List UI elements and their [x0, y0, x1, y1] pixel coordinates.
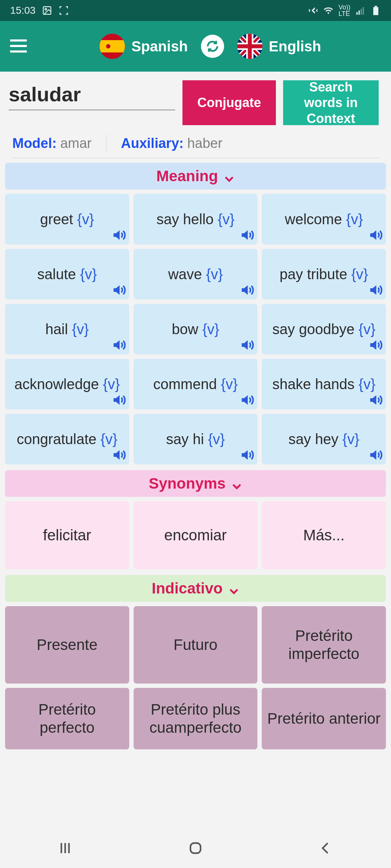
meaning-card[interactable]: bow {v}: [134, 304, 258, 354]
audio-icon[interactable]: [368, 393, 382, 407]
swap-languages-button[interactable]: [201, 35, 224, 58]
audio-icon[interactable]: [368, 338, 382, 352]
status-left: 15:03: [10, 5, 69, 16]
meaning-card[interactable]: say goodbye {v}: [262, 304, 386, 354]
status-bar: 15:03 Vo))LTE: [0, 0, 391, 21]
audio-icon[interactable]: [239, 228, 254, 242]
chevron-down-icon: [231, 478, 242, 489]
tense-card[interactable]: Pretérito imperfecto: [262, 606, 386, 684]
meaning-text: say hello {v}: [156, 211, 235, 227]
meaning-text: salute {v}: [37, 266, 97, 282]
android-nav-bar: [0, 828, 391, 868]
divider: [106, 135, 106, 152]
synonyms-section-header[interactable]: Synonyms: [5, 470, 386, 497]
audio-icon[interactable]: [239, 283, 254, 297]
meaning-card[interactable]: acknowledge {v}: [5, 359, 129, 409]
meaning-text: shake hands {v}: [272, 376, 375, 392]
meaning-label: Meaning: [156, 167, 218, 185]
tense-card[interactable]: Pretérito perfecto: [5, 688, 129, 749]
home-icon[interactable]: [188, 841, 203, 856]
status-time: 15:03: [10, 5, 35, 16]
meaning-card[interactable]: commend {v}: [134, 359, 258, 409]
main-content: Conjugate Search words in Context Model:…: [0, 72, 391, 828]
audio-icon[interactable]: [239, 393, 254, 407]
meaning-card[interactable]: wave {v}: [134, 249, 258, 299]
crop-icon: [59, 5, 69, 16]
indicativo-section-header[interactable]: Indicativo: [5, 575, 386, 602]
meaning-card[interactable]: congratulate {v}: [5, 414, 129, 464]
tense-card[interactable]: Pretérito plus cuamperfecto: [134, 688, 258, 749]
audio-icon[interactable]: [111, 283, 126, 297]
auxiliary-label: Auxiliary:: [121, 136, 184, 151]
svg-point-1: [45, 8, 47, 10]
chevron-down-icon: [228, 583, 239, 594]
meanings-grid: greet {v}say hello {v}welcome {v}salute …: [0, 194, 391, 464]
meaning-card[interactable]: greet {v}: [5, 194, 129, 244]
audio-icon[interactable]: [368, 283, 382, 297]
meaning-text: say hey {v}: [289, 431, 360, 447]
svg-rect-20: [190, 843, 201, 853]
audio-icon[interactable]: [239, 338, 254, 352]
audio-icon[interactable]: [368, 228, 382, 242]
meaning-text: hail {v}: [45, 321, 89, 337]
meaning-card[interactable]: welcome {v}: [262, 194, 386, 244]
tense-card[interactable]: Pretérito anterior: [262, 688, 386, 749]
tense-card[interactable]: Futuro: [134, 606, 258, 684]
status-right: Vo))LTE: [308, 4, 381, 17]
audio-icon[interactable]: [239, 448, 254, 462]
svg-rect-6: [373, 7, 378, 15]
signal-icon: [356, 5, 366, 16]
lte-icon: Vo))LTE: [339, 4, 350, 17]
menu-icon[interactable]: [10, 39, 27, 54]
meaning-card[interactable]: say hello {v}: [134, 194, 258, 244]
recent-apps-icon[interactable]: [58, 841, 73, 856]
image-icon: [42, 5, 52, 16]
meaning-card[interactable]: shake hands {v}: [262, 359, 386, 409]
meaning-text: commend {v}: [153, 376, 237, 392]
meaning-text: welcome {v}: [285, 211, 363, 227]
model-label: Model:: [12, 136, 56, 151]
meaning-card[interactable]: say hi {v}: [134, 414, 258, 464]
tense-card[interactable]: Presente: [5, 606, 129, 684]
meaning-card[interactable]: salute {v}: [5, 249, 129, 299]
meaning-text: greet {v}: [40, 211, 94, 227]
audio-icon[interactable]: [111, 228, 126, 242]
search-input[interactable]: [9, 80, 175, 110]
synonym-card[interactable]: felicitar: [5, 501, 129, 569]
meaning-text: say hi {v}: [166, 431, 225, 447]
target-language[interactable]: English: [237, 34, 321, 59]
uk-flag-icon: [237, 34, 262, 59]
source-language-label: Spanish: [131, 38, 188, 55]
meaning-card[interactable]: pay tribute {v}: [262, 249, 386, 299]
spain-flag-icon: [100, 34, 125, 59]
svg-rect-2: [356, 12, 358, 15]
audio-icon[interactable]: [368, 448, 382, 462]
back-icon[interactable]: [318, 841, 333, 856]
meaning-text: congratulate {v}: [17, 431, 117, 447]
audio-icon[interactable]: [111, 448, 126, 462]
meaning-card[interactable]: hail {v}: [5, 304, 129, 354]
audio-icon[interactable]: [111, 338, 126, 352]
svg-rect-4: [361, 9, 362, 14]
search-row: Conjugate Search words in Context: [0, 72, 391, 129]
meaning-text: say goodbye {v}: [272, 321, 375, 337]
auxiliary-value[interactable]: haber: [187, 136, 222, 151]
chevron-down-icon: [224, 171, 235, 182]
meaning-text: acknowledge {v}: [14, 376, 120, 392]
conjugate-button[interactable]: Conjugate: [182, 80, 276, 125]
meaning-section-header[interactable]: Meaning: [5, 163, 386, 190]
synonyms-grid: felicitarencomiarMás...: [0, 501, 391, 569]
synonym-card[interactable]: Más...: [262, 501, 386, 569]
search-context-button[interactable]: Search words in Context: [283, 80, 379, 125]
audio-icon[interactable]: [111, 393, 126, 407]
meaning-text: wave {v}: [168, 266, 223, 282]
meaning-card[interactable]: say hey {v}: [262, 414, 386, 464]
tense-grid: PresenteFuturoPretérito imperfecto: [0, 606, 391, 684]
meaning-text: pay tribute {v}: [279, 266, 368, 282]
tense-grid: Pretérito perfectoPretérito plus cuamper…: [0, 688, 391, 749]
model-value[interactable]: amar: [60, 136, 92, 151]
svg-rect-3: [358, 10, 360, 15]
svg-rect-5: [363, 7, 364, 15]
synonym-card[interactable]: encomiar: [134, 501, 258, 569]
source-language[interactable]: Spanish: [100, 34, 188, 59]
